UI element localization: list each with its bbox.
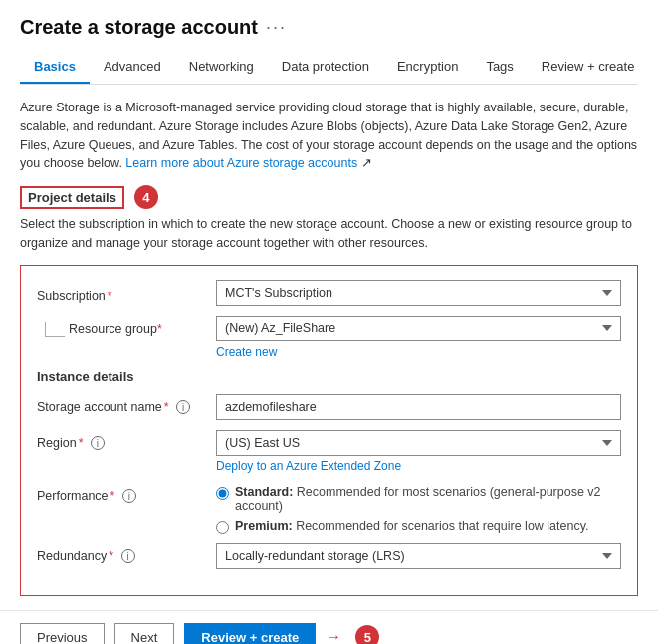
tab-encryption[interactable]: Encryption: [383, 51, 472, 84]
more-options-icon[interactable]: ···: [266, 17, 287, 38]
step-badge-4: 4: [134, 185, 158, 209]
learn-more-link[interactable]: Learn more about Azure storage accounts: [125, 156, 357, 170]
deploy-extended-zone-link[interactable]: Deploy to an Azure Extended Zone: [216, 459, 621, 473]
form-box: Subscription* MCT's Subscription Resourc…: [20, 265, 638, 596]
step-badge-5: 5: [355, 625, 379, 644]
storage-account-name-row: Storage account name* i: [37, 394, 621, 420]
subscription-row: Subscription* MCT's Subscription: [37, 280, 621, 306]
tab-tags[interactable]: Tags: [472, 51, 527, 84]
redundancy-select[interactable]: Locally-redundant storage (LRS): [216, 543, 621, 569]
region-row: Region* i (US) East US Deploy to an Azur…: [37, 430, 621, 473]
page-description: Azure Storage is a Microsoft-managed ser…: [20, 99, 638, 173]
review-create-button[interactable]: Review + create: [184, 623, 316, 645]
subscription-label: Subscription*: [37, 283, 216, 303]
performance-info-icon[interactable]: i: [122, 489, 136, 503]
indent-line: [45, 322, 65, 337]
storage-account-name-input[interactable]: [216, 394, 621, 420]
instance-details-title: Instance details: [37, 369, 621, 384]
arrow-right-icon: →: [326, 628, 341, 644]
resource-group-row: Resource group* (New) Az_FileShare Creat…: [37, 316, 621, 359]
create-new-link[interactable]: Create new: [216, 345, 621, 359]
resource-group-control: (New) Az_FileShare Create new: [216, 316, 621, 359]
region-control: (US) East US Deploy to an Azure Extended…: [216, 430, 621, 473]
tab-data-protection[interactable]: Data protection: [268, 51, 383, 84]
performance-standard-label: Standard: Recommended for most scenarios…: [235, 485, 621, 513]
performance-radio-group: Standard: Recommended for most scenarios…: [216, 483, 621, 534]
tab-advanced[interactable]: Advanced: [90, 51, 175, 84]
project-details-header: Project details 4: [20, 185, 638, 209]
storage-account-name-label: Storage account name* i: [37, 394, 216, 414]
region-info-icon[interactable]: i: [91, 436, 105, 450]
title-row: Create a storage account ···: [20, 16, 638, 39]
redundancy-info-icon[interactable]: i: [121, 549, 135, 563]
project-details-title: Project details: [20, 186, 124, 209]
resource-group-indent: Resource group*: [37, 316, 216, 337]
subscription-control: MCT's Subscription: [216, 280, 621, 306]
redundancy-label: Redundancy* i: [37, 543, 216, 563]
storage-account-name-control: [216, 394, 621, 420]
subscription-select[interactable]: MCT's Subscription: [216, 280, 621, 306]
region-label: Region* i: [37, 430, 216, 450]
resource-group-select[interactable]: (New) Az_FileShare: [216, 316, 621, 341]
next-button[interactable]: Next: [114, 623, 175, 645]
redundancy-row: Redundancy* i Locally-redundant storage …: [37, 543, 621, 569]
tab-review-create[interactable]: Review + create: [528, 51, 649, 84]
page-title: Create a storage account: [20, 16, 258, 39]
performance-premium-option[interactable]: Premium: Recommended for scenarios that …: [216, 519, 621, 534]
performance-label: Performance* i: [37, 483, 216, 503]
performance-row: Performance* i Standard: Recommended for…: [37, 483, 621, 534]
tab-basics[interactable]: Basics: [20, 51, 90, 84]
performance-premium-label: Premium: Recommended for scenarios that …: [235, 519, 589, 533]
tab-networking[interactable]: Networking: [175, 51, 268, 84]
bottom-bar: Previous Next Review + create → 5: [0, 610, 658, 645]
page-container: Create a storage account ··· Basics Adva…: [0, 0, 658, 596]
region-select[interactable]: (US) East US: [216, 430, 621, 456]
previous-button[interactable]: Previous: [20, 623, 105, 645]
performance-standard-option[interactable]: Standard: Recommended for most scenarios…: [216, 485, 621, 513]
performance-control: Standard: Recommended for most scenarios…: [216, 483, 621, 534]
project-details-description: Select the subscription in which to crea…: [20, 215, 638, 253]
performance-premium-radio[interactable]: [216, 521, 229, 534]
resource-group-label: Resource group*: [69, 322, 162, 336]
storage-account-name-info-icon[interactable]: i: [176, 400, 190, 414]
performance-standard-radio[interactable]: [216, 487, 229, 500]
tabs-bar: Basics Advanced Networking Data protecti…: [20, 51, 638, 85]
redundancy-control: Locally-redundant storage (LRS): [216, 543, 621, 569]
